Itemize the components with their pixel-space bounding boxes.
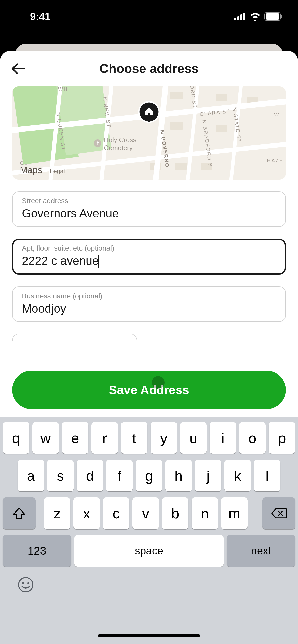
- key-x[interactable]: x: [73, 497, 100, 529]
- key-w[interactable]: w: [32, 422, 59, 454]
- save-bar: Save Address: [0, 361, 298, 417]
- cemetery-poi-label: Holy Cross Cemetery: [104, 136, 136, 152]
- battery-icon: [264, 12, 283, 21]
- keyboard-bottom: [0, 567, 298, 596]
- back-arrow-icon: [11, 63, 25, 74]
- key-l[interactable]: l: [254, 460, 280, 491]
- business-name-field[interactable]: Business name (optional) Moodjoy: [12, 286, 286, 322]
- svg-rect-3: [243, 13, 245, 20]
- maps-logo: Maps: [20, 165, 42, 175]
- emoji-icon: [18, 577, 34, 593]
- address-modal: Choose address WIL N QUEEN ST N NEW ST N…: [0, 51, 298, 644]
- key-k[interactable]: k: [224, 460, 251, 491]
- emoji-key[interactable]: [18, 577, 34, 596]
- text-cursor: [98, 255, 99, 268]
- svg-point-8: [19, 578, 33, 592]
- apt-input[interactable]: 2222 c avenue: [22, 254, 276, 268]
- key-g[interactable]: g: [136, 460, 162, 491]
- shift-icon: [12, 507, 26, 519]
- street-label: N BRADFORD S: [201, 120, 213, 168]
- space-key[interactable]: space: [74, 535, 224, 567]
- svg-rect-2: [240, 14, 242, 20]
- key-b[interactable]: b: [162, 497, 188, 529]
- key-s[interactable]: s: [47, 460, 74, 491]
- apt-field[interactable]: Apt, floor, suite, etc (optional) 2222 c…: [12, 239, 286, 275]
- field-label: Apt, floor, suite, etc (optional): [22, 244, 276, 252]
- key-p[interactable]: p: [269, 422, 295, 454]
- keyboard-row-3: zxcvbnm: [0, 497, 298, 529]
- key-y[interactable]: y: [151, 422, 177, 454]
- key-m[interactable]: m: [221, 497, 248, 529]
- keyboard-row-1: qwertyuiop: [0, 422, 298, 454]
- key-h[interactable]: h: [165, 460, 192, 491]
- svg-point-9: [22, 582, 24, 584]
- backspace-icon: [271, 508, 287, 519]
- key-o[interactable]: o: [239, 422, 266, 454]
- shift-key[interactable]: [3, 497, 36, 529]
- key-n[interactable]: n: [192, 497, 218, 529]
- key-v[interactable]: v: [132, 497, 159, 529]
- key-c[interactable]: c: [103, 497, 129, 529]
- save-button-label: Save Address: [109, 383, 189, 397]
- keyboard-row-4: 123 space next: [0, 535, 298, 567]
- key-r[interactable]: r: [91, 422, 118, 454]
- key-q[interactable]: q: [3, 422, 29, 454]
- status-bar: 9:41: [0, 0, 298, 33]
- key-u[interactable]: u: [180, 422, 207, 454]
- save-address-button[interactable]: Save Address: [12, 371, 286, 409]
- key-e[interactable]: e: [62, 422, 88, 454]
- map-attribution: Maps Legal: [20, 165, 65, 175]
- next-field-peek[interactable]: [12, 334, 137, 341]
- map-preview[interactable]: WIL N QUEEN ST N NEW ST N GOVERNO ORD ST…: [12, 86, 286, 180]
- svg-rect-0: [234, 18, 236, 20]
- status-time: 9:41: [30, 11, 50, 22]
- header: Choose address: [0, 51, 298, 86]
- backspace-key[interactable]: [262, 497, 295, 529]
- cellular-icon: [234, 13, 246, 20]
- keyboard-row-2: asdfghjkl: [0, 460, 298, 491]
- business-name-input[interactable]: Moodjoy: [22, 302, 276, 315]
- home-indicator[interactable]: [98, 634, 200, 637]
- svg-rect-1: [237, 16, 239, 20]
- map-legal-link[interactable]: Legal: [50, 168, 65, 175]
- touch-indicator: [152, 376, 165, 389]
- address-form: Street address Governors Avenue Apt, flo…: [0, 180, 298, 341]
- status-icons: [234, 12, 283, 21]
- numbers-key[interactable]: 123: [3, 535, 71, 567]
- street-label: HAZE: [267, 158, 283, 164]
- location-pin-icon: [138, 101, 160, 129]
- back-button[interactable]: [10, 61, 25, 76]
- svg-rect-5: [266, 13, 279, 20]
- svg-point-10: [27, 582, 29, 584]
- next-key[interactable]: next: [227, 535, 295, 567]
- street-label: W: [274, 112, 280, 118]
- key-i[interactable]: i: [210, 422, 236, 454]
- page-title: Choose address: [99, 61, 198, 76]
- key-d[interactable]: d: [77, 460, 103, 491]
- wifi-icon: [250, 12, 261, 21]
- cemetery-poi-icon: ✝: [94, 139, 101, 147]
- field-label: Business name (optional): [22, 292, 276, 300]
- keyboard: qwertyuiop asdfghjkl zxcvbnm 123 space n…: [0, 417, 298, 644]
- street-label: WIL: [58, 86, 70, 92]
- key-z[interactable]: z: [44, 497, 70, 529]
- field-label: Street address: [22, 197, 276, 205]
- key-t[interactable]: t: [121, 422, 147, 454]
- key-f[interactable]: f: [106, 460, 133, 491]
- svg-rect-6: [281, 15, 282, 18]
- key-j[interactable]: j: [195, 460, 221, 491]
- key-a[interactable]: a: [18, 460, 44, 491]
- street-label: N STATE ST: [232, 107, 242, 143]
- street-address-field[interactable]: Street address Governors Avenue: [12, 191, 286, 227]
- street-address-input[interactable]: Governors Avenue: [22, 207, 276, 220]
